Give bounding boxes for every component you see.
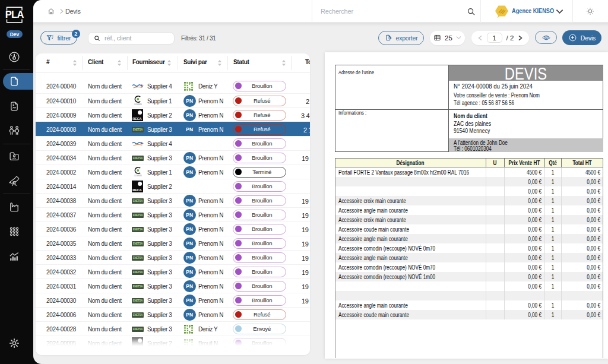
svg-text:RECA: RECA xyxy=(132,117,142,121)
svg-text:ENETSA: ENETSA xyxy=(133,128,144,131)
svg-text:ENETSA: ENETSA xyxy=(133,314,144,316)
svg-text:ENETSA: ENETSA xyxy=(133,228,144,231)
svg-text:CLOVISION: CLOVISION xyxy=(134,103,142,106)
svg-text:ENETSA: ENETSA xyxy=(133,299,144,302)
svg-text:ENETSA: ENETSA xyxy=(133,328,144,331)
svg-text:CLOVISION: CLOVISION xyxy=(134,175,142,177)
svg-text:ENETSA: ENETSA xyxy=(133,285,144,288)
svg-text:ENETSA: ENETSA xyxy=(133,157,144,160)
svg-text:ENETSA: ENETSA xyxy=(133,257,144,259)
svg-text:ENETSA: ENETSA xyxy=(133,200,144,202)
svg-text:ENETSA: ENETSA xyxy=(133,242,144,245)
svg-text:ENETSA: ENETSA xyxy=(133,271,144,274)
svg-text:RECA: RECA xyxy=(132,188,142,192)
svg-text:ENETSA: ENETSA xyxy=(133,214,144,217)
